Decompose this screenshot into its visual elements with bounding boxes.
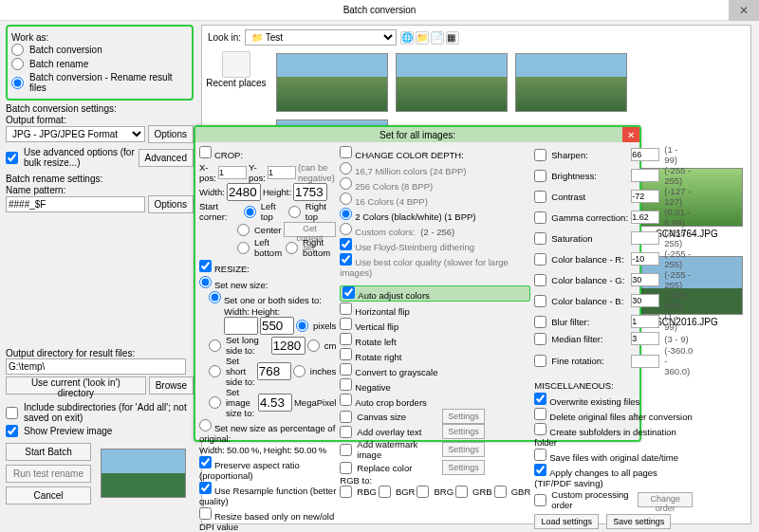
outdir-input[interactable] bbox=[6, 358, 186, 375]
corner-center[interactable] bbox=[237, 224, 250, 236]
ccd-8bpp[interactable] bbox=[340, 177, 352, 190]
contrast-input[interactable] bbox=[631, 190, 659, 203]
corner-rt[interactable] bbox=[288, 206, 301, 218]
get-sel-button[interactable]: Get current sel. bbox=[284, 222, 337, 237]
finerot-checkbox[interactable] bbox=[534, 355, 546, 367]
best-quality-checkbox[interactable] bbox=[340, 253, 352, 266]
xpos-input[interactable] bbox=[218, 166, 247, 179]
pct-size[interactable] bbox=[199, 419, 212, 431]
options-button[interactable]: Options bbox=[148, 125, 194, 143]
resize-height-input[interactable] bbox=[260, 317, 294, 335]
long-side-input[interactable] bbox=[271, 337, 305, 355]
short-side-input[interactable] bbox=[257, 362, 291, 380]
use-advanced-checkbox[interactable] bbox=[6, 152, 18, 164]
file-thumb[interactable] bbox=[515, 53, 627, 112]
gbr-checkbox[interactable] bbox=[494, 486, 507, 498]
unit-inches[interactable] bbox=[293, 365, 305, 377]
output-format-select[interactable]: JPG - JPG/JPEG Format bbox=[6, 126, 145, 142]
unit-pixels[interactable] bbox=[296, 320, 308, 332]
include-sub-checkbox[interactable] bbox=[6, 407, 18, 419]
cbr-input[interactable] bbox=[631, 252, 659, 266]
long-side[interactable] bbox=[209, 339, 221, 352]
negative-checkbox[interactable] bbox=[340, 378, 352, 391]
contrast-checkbox[interactable] bbox=[534, 191, 546, 203]
load-settings-button[interactable]: Load settings bbox=[534, 514, 599, 529]
view-icon[interactable]: ▦ bbox=[446, 31, 459, 45]
set-new-size[interactable] bbox=[199, 276, 212, 288]
img-size-input[interactable] bbox=[258, 394, 292, 412]
saturation-input[interactable] bbox=[631, 231, 659, 245]
dither-checkbox[interactable] bbox=[340, 238, 352, 250]
browse-button[interactable]: Browse bbox=[149, 376, 194, 394]
ccd-4bpp[interactable] bbox=[340, 193, 352, 205]
auto-crop-checkbox[interactable] bbox=[340, 394, 352, 406]
resample-checkbox[interactable] bbox=[199, 482, 212, 494]
brightness-checkbox[interactable] bbox=[534, 170, 546, 182]
ccd-custom[interactable] bbox=[340, 223, 352, 235]
vflip-checkbox[interactable] bbox=[340, 318, 352, 330]
options-button-2[interactable]: Options bbox=[148, 195, 194, 213]
cancel-button[interactable]: Cancel bbox=[6, 486, 91, 504]
sharpen-input[interactable] bbox=[631, 148, 659, 161]
replace-settings-button[interactable]: Settings bbox=[442, 460, 485, 475]
up-folder-icon[interactable]: 📁 bbox=[416, 31, 429, 45]
cbb-checkbox[interactable] bbox=[534, 295, 546, 307]
sharpen-checkbox[interactable] bbox=[534, 149, 546, 161]
ypos-input[interactable] bbox=[268, 166, 296, 179]
watermark-settings-button[interactable]: Settings bbox=[442, 442, 485, 457]
run-test-button[interactable]: Run test rename bbox=[6, 465, 91, 483]
name-pattern-input[interactable] bbox=[6, 196, 145, 212]
dialog-close-icon[interactable]: ✕ bbox=[622, 127, 639, 142]
dpi-based-checkbox[interactable] bbox=[199, 507, 212, 520]
resize-checkbox[interactable] bbox=[199, 260, 212, 272]
cbr-checkbox[interactable] bbox=[534, 253, 546, 266]
radio-batch-conversion-rename[interactable] bbox=[11, 77, 24, 89]
ccd-24bpp[interactable] bbox=[340, 162, 352, 174]
median-checkbox[interactable] bbox=[534, 333, 546, 345]
show-preview-checkbox[interactable] bbox=[6, 425, 18, 437]
rbg-checkbox[interactable] bbox=[340, 486, 352, 498]
radio-batch-rename[interactable] bbox=[11, 58, 24, 70]
lookin-select[interactable]: 📁 Test bbox=[245, 29, 397, 46]
save-date-checkbox[interactable] bbox=[534, 449, 546, 461]
preserve-ratio-checkbox[interactable] bbox=[199, 456, 212, 468]
cbg-checkbox[interactable] bbox=[534, 274, 546, 286]
rotate-left-checkbox[interactable] bbox=[340, 333, 352, 345]
rotate-right-checkbox[interactable] bbox=[340, 348, 352, 360]
crop-width-input[interactable] bbox=[227, 183, 261, 201]
apply-all-checkbox[interactable] bbox=[534, 464, 546, 476]
brightness-input[interactable] bbox=[631, 169, 659, 182]
radio-batch-conversion[interactable] bbox=[11, 44, 24, 56]
ccd-checkbox[interactable] bbox=[340, 146, 352, 158]
saturation-checkbox[interactable] bbox=[534, 232, 546, 245]
img-size[interactable] bbox=[209, 396, 221, 409]
change-order-button[interactable]: Change order bbox=[638, 492, 693, 507]
auto-adjust-checkbox[interactable] bbox=[342, 286, 355, 299]
unit-cm[interactable] bbox=[307, 339, 320, 352]
start-batch-button[interactable]: Start Batch bbox=[6, 443, 91, 461]
advanced-button[interactable]: Advanced bbox=[139, 149, 194, 167]
save-settings-button[interactable]: Save settings bbox=[606, 514, 671, 529]
ccd-1bpp[interactable] bbox=[340, 208, 352, 220]
finerot-input[interactable] bbox=[631, 355, 659, 368]
delete-orig-checkbox[interactable] bbox=[534, 408, 546, 420]
gamma-checkbox[interactable] bbox=[534, 211, 546, 224]
corner-lt[interactable] bbox=[244, 206, 256, 218]
blur-checkbox[interactable] bbox=[534, 316, 546, 328]
cbb-input[interactable] bbox=[631, 294, 659, 307]
subfolders-checkbox[interactable] bbox=[534, 423, 546, 435]
overlay-settings-button[interactable]: Settings bbox=[442, 424, 485, 439]
overwrite-checkbox[interactable] bbox=[534, 393, 546, 405]
hflip-checkbox[interactable] bbox=[340, 303, 352, 315]
corner-lb[interactable] bbox=[237, 242, 250, 254]
grb-checkbox[interactable] bbox=[455, 486, 468, 498]
canvas-settings-button[interactable]: Settings bbox=[442, 409, 485, 424]
file-thumb[interactable] bbox=[276, 53, 388, 112]
crop-checkbox[interactable] bbox=[199, 146, 212, 158]
file-thumb[interactable] bbox=[396, 53, 508, 112]
close-icon[interactable]: ✕ bbox=[729, 0, 759, 21]
short-side[interactable] bbox=[209, 365, 221, 377]
crop-height-input[interactable] bbox=[293, 183, 327, 201]
corner-rb[interactable] bbox=[286, 242, 298, 254]
replace-color-checkbox[interactable] bbox=[340, 462, 352, 474]
